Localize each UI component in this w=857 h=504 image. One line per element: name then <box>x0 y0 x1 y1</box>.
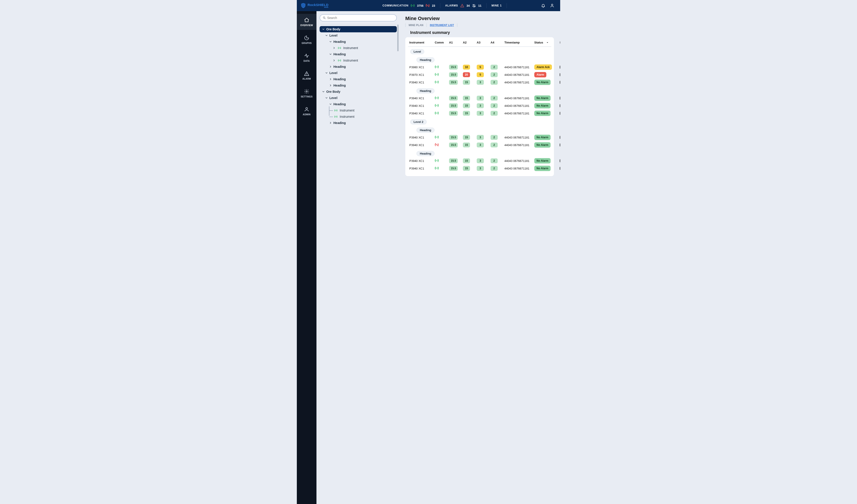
notifications-button[interactable] <box>539 1 548 10</box>
tree-label: Ore Body <box>326 90 340 93</box>
search-input[interactable] <box>327 16 394 20</box>
value-pill: 15 <box>463 111 470 116</box>
tree-level[interactable]: Level <box>320 70 397 76</box>
cell-comm <box>435 111 448 116</box>
cell-instrument: P3970 XC1 <box>409 73 434 76</box>
chevron-right-icon <box>329 77 332 81</box>
value-pill: 15 <box>463 142 470 147</box>
cell-comm <box>435 65 448 70</box>
tree-instrument[interactable]: Instrument <box>329 114 397 120</box>
account-button[interactable] <box>548 1 557 10</box>
table-row[interactable]: P3940 XC1 15.5 15 3 2 44043 0676671181 N… <box>408 157 551 164</box>
col-battery[interactable]: Battery <box>560 41 560 44</box>
tree-instrument[interactable]: Instrument <box>320 57 397 64</box>
tree-instrument[interactable]: Instrument <box>320 45 397 51</box>
signal-good-icon <box>435 159 439 162</box>
col-comm[interactable]: Comm <box>435 41 448 44</box>
table-row[interactable]: P3940 XC1 15.5 15 3 2 44043 0676671181 N… <box>408 134 551 141</box>
status-badge: No Alarm <box>534 158 551 163</box>
alarms-status: ALARMS 34 11 <box>440 3 486 7</box>
cell-battery: 55% <box>560 97 560 100</box>
table-row[interactable]: P3980 XC1 15.5 10 5 2 44043 0676671181 A… <box>408 63 551 71</box>
table-row[interactable]: P3940 XC1 15.5 15 3 2 44043 0676671181 N… <box>408 141 551 149</box>
subgroup-chip[interactable]: Heading <box>408 149 551 157</box>
cell-status: No Alarm <box>534 135 559 140</box>
site-selector[interactable]: MINE 1 <box>487 4 507 7</box>
cell-comm <box>435 159 448 163</box>
tree-level[interactable]: Level <box>320 32 397 39</box>
tree-label: Instrument <box>343 59 358 62</box>
page-title: Mine Overview <box>405 16 554 21</box>
nav-overview[interactable]: OVERVIEW <box>297 14 317 30</box>
value-pill: 2 <box>490 142 498 147</box>
chevron-down-icon <box>329 103 332 106</box>
tab-instrument-list[interactable]: INSTRUMENT LIST <box>427 23 457 28</box>
table-row[interactable]: P3940 XC1 15.5 15 3 2 44043 0676671181 N… <box>408 109 551 117</box>
cell-timestamp: 44043 0676671181 <box>504 167 533 170</box>
tree-heading[interactable]: Heading <box>320 101 397 107</box>
signal-good-icon <box>435 111 439 115</box>
cell-a3: 3 <box>477 111 490 116</box>
battery-indicator: 55% <box>560 81 560 84</box>
subgroup-chip[interactable]: Heading <box>408 125 551 134</box>
cell-a3: 3 <box>477 96 490 101</box>
tree-ore-body[interactable]: Ore Body <box>320 26 397 32</box>
scrollbar[interactable] <box>397 24 399 51</box>
cell-battery: 55% <box>560 66 560 69</box>
subgroup-chip[interactable]: Heading <box>408 86 551 94</box>
col-a4[interactable]: A4 <box>490 41 503 44</box>
nav-alarm[interactable]: ALARM <box>297 67 317 83</box>
tree-label: Heading <box>333 121 346 125</box>
status-badge: No Alarm <box>534 110 551 116</box>
table-row[interactable]: P3940 XC1 15.5 15 3 2 44043 0676671181 N… <box>408 79 551 86</box>
table-row[interactable]: P3940 XC1 15.5 15 3 2 44043 0676671181 N… <box>408 164 551 172</box>
section-title: Instrument summary <box>405 30 554 35</box>
nav-admin[interactable]: ADMIN <box>297 103 317 119</box>
value-pill: 15.5 <box>449 96 458 101</box>
cell-a1: 15.5 <box>449 166 462 171</box>
col-status[interactable]: Status <box>534 41 559 44</box>
cell-a3: 3 <box>477 158 490 163</box>
nav-data[interactable]: DATA <box>297 50 317 66</box>
tree-level[interactable]: Level <box>320 95 397 101</box>
cell-battery: 55% <box>560 136 560 139</box>
col-a1[interactable]: A1 <box>449 41 462 44</box>
user-icon <box>304 107 309 112</box>
value-pill: 10 <box>463 65 470 70</box>
cell-a2: 10 <box>463 65 476 70</box>
table-row[interactable]: P3970 XC1 15.5 20 5 2 44043 0676671181 A… <box>408 71 551 79</box>
tree-ore-body[interactable]: Ore Body <box>320 89 397 95</box>
cell-a1: 15.5 <box>449 80 462 85</box>
activity-icon <box>304 53 309 58</box>
tree-heading[interactable]: Heading <box>320 82 397 89</box>
tab-mine-plan[interactable]: MINE PLAN <box>405 23 426 28</box>
cell-a2: 15 <box>463 135 476 140</box>
col-instrument[interactable]: Instrument <box>409 41 434 44</box>
chevron-down-icon <box>325 34 328 37</box>
table-row[interactable]: P3940 XC1 15.5 15 3 2 44043 0676671181 N… <box>408 102 551 109</box>
group-chip[interactable]: Level 2 <box>408 117 551 125</box>
cell-a3: 5 <box>477 65 490 70</box>
nav-graphs[interactable]: GRAPHS <box>297 32 317 48</box>
tree-heading[interactable]: Heading <box>320 51 397 57</box>
nav-label: ADMIN <box>303 113 311 116</box>
tree-heading[interactable]: Heading <box>320 76 397 82</box>
value-pill: 2 <box>490 103 498 108</box>
group-chip[interactable]: Level <box>408 47 551 55</box>
col-a3[interactable]: A3 <box>477 41 490 44</box>
tree-instrument[interactable]: Instrument <box>329 107 397 114</box>
table-row[interactable]: P3940 XC1 15.5 15 3 2 44043 0676671181 N… <box>408 94 551 102</box>
search-input-wrap[interactable] <box>320 14 397 21</box>
col-timestamp[interactable]: Timestamp <box>504 41 533 44</box>
tree-heading[interactable]: Heading <box>320 120 397 126</box>
subgroup-chip[interactable]: Heading <box>408 55 551 63</box>
value-pill: 2 <box>490 111 498 116</box>
col-a2[interactable]: A2 <box>463 41 476 44</box>
logo[interactable]: RockSHIELD web <box>300 3 329 8</box>
comm-bad-count: 23 <box>432 4 435 7</box>
tree-heading[interactable]: Heading <box>320 39 397 45</box>
nav-settings[interactable]: SETTINGS <box>297 85 317 101</box>
tree-heading[interactable]: Heading <box>320 64 397 70</box>
alert-triangle-icon <box>304 71 309 76</box>
cell-a4: 2 <box>490 103 503 108</box>
